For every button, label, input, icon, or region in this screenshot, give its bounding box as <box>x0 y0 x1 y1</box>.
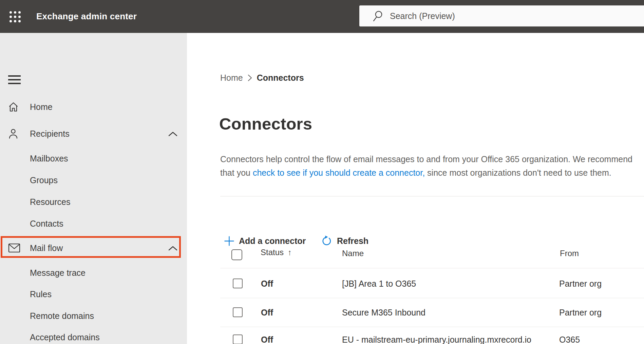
row-checkbox[interactable] <box>233 279 243 288</box>
search-icon <box>372 10 384 22</box>
column-header-name[interactable]: Name <box>342 249 364 258</box>
person-icon <box>8 128 20 139</box>
hamburger-menu-icon[interactable] <box>8 75 21 84</box>
sidebar-item-remote-domains[interactable]: Remote domains <box>0 305 187 327</box>
description-text-after: since most organizations don't need to u… <box>425 168 611 177</box>
refresh-icon <box>321 235 332 247</box>
app-title: Exchange admin center <box>36 0 137 33</box>
sidebar-item-label: Groups <box>30 175 58 185</box>
sidebar-item-groups[interactable]: Groups <box>0 169 187 191</box>
sidebar-item-label: Rules <box>30 289 52 299</box>
breadcrumb: Home Connectors <box>220 73 304 83</box>
sidebar-item-label: Remote domains <box>30 311 94 321</box>
page-title: Connectors <box>219 114 312 133</box>
cell-name: [JB] Area 1 to O365 <box>342 279 416 289</box>
refresh-button[interactable]: Refresh <box>321 233 368 249</box>
cell-status: Off <box>261 308 273 318</box>
refresh-label: Refresh <box>337 236 368 246</box>
add-connector-button[interactable]: Add a connector <box>224 233 306 249</box>
toolbar-top-divider <box>220 196 644 196</box>
top-bar: Exchange admin center <box>0 0 644 33</box>
cell-from: O365 <box>559 335 580 344</box>
global-search[interactable] <box>359 5 644 26</box>
search-input[interactable] <box>390 9 644 23</box>
row-checkbox[interactable] <box>233 335 243 344</box>
cell-name: EU - mailstream-eu-primary.journaling.mx… <box>342 335 531 344</box>
sidebar-item-resources[interactable]: Resources <box>0 191 187 213</box>
sidebar-item-contacts[interactable]: Contacts <box>0 213 187 234</box>
sidebar-item-label: Contacts <box>30 219 63 229</box>
breadcrumb-home-link[interactable]: Home <box>220 73 243 83</box>
row-divider <box>220 298 644 298</box>
chevron-up-icon <box>168 243 177 253</box>
add-connector-label: Add a connector <box>239 236 306 246</box>
sort-ascending-icon: ↑ <box>288 248 292 257</box>
cell-status: Off <box>261 335 273 344</box>
breadcrumb-current: Connectors <box>257 73 304 83</box>
breadcrumb-chevron-icon <box>248 74 252 81</box>
row-divider <box>220 327 644 327</box>
sidebar-item-home[interactable]: Home <box>0 96 187 118</box>
sidebar-item-label: Mailboxes <box>30 154 68 164</box>
sidebar-item-label: Accepted domains <box>30 332 100 342</box>
sidebar-item-rules[interactable]: Rules <box>0 283 187 305</box>
main-content: Home Connectors Connectors Connectors he… <box>187 33 644 344</box>
sidebar-item-message-trace[interactable]: Message trace <box>0 262 187 284</box>
sidebar-item-label: Mail flow <box>30 243 63 253</box>
create-connector-check-link[interactable]: check to see if you should create a conn… <box>253 168 425 177</box>
sidebar-item-label: Home <box>30 102 53 112</box>
left-navigation: Home Recipients Mailboxes Groups <box>0 33 187 344</box>
sidebar-item-label: Resources <box>30 197 71 207</box>
header-divider <box>220 268 644 268</box>
sidebar-item-mailboxes[interactable]: Mailboxes <box>0 148 187 169</box>
page-description: Connectors help control the flow of emai… <box>220 152 633 179</box>
cell-from: Partner org <box>559 308 602 318</box>
app-launcher-waffle-icon[interactable] <box>7 9 26 24</box>
plus-icon <box>224 236 234 246</box>
cell-status: Off <box>261 279 273 289</box>
cell-from: Partner org <box>559 279 602 289</box>
sidebar-item-recipients[interactable]: Recipients <box>0 123 187 145</box>
cell-name: Secure M365 Inbound <box>342 308 425 318</box>
column-header-status[interactable]: Status ↑ <box>261 248 292 257</box>
sidebar-item-label: Message trace <box>30 268 86 278</box>
sidebar-item-accepted-domains[interactable]: Accepted domains <box>0 326 187 344</box>
select-all-checkbox[interactable] <box>231 249 242 260</box>
sidebar-item-label: Recipients <box>30 129 70 139</box>
waffle-dots <box>10 11 21 22</box>
row-checkbox[interactable] <box>233 307 243 317</box>
chevron-up-icon <box>168 129 177 139</box>
envelope-icon <box>8 243 20 253</box>
exchange-admin-center-window: Exchange admin center Home <box>0 0 644 344</box>
home-icon <box>8 102 20 112</box>
column-header-from[interactable]: From <box>560 249 579 258</box>
sidebar-item-mail-flow[interactable]: Mail flow <box>0 237 187 259</box>
